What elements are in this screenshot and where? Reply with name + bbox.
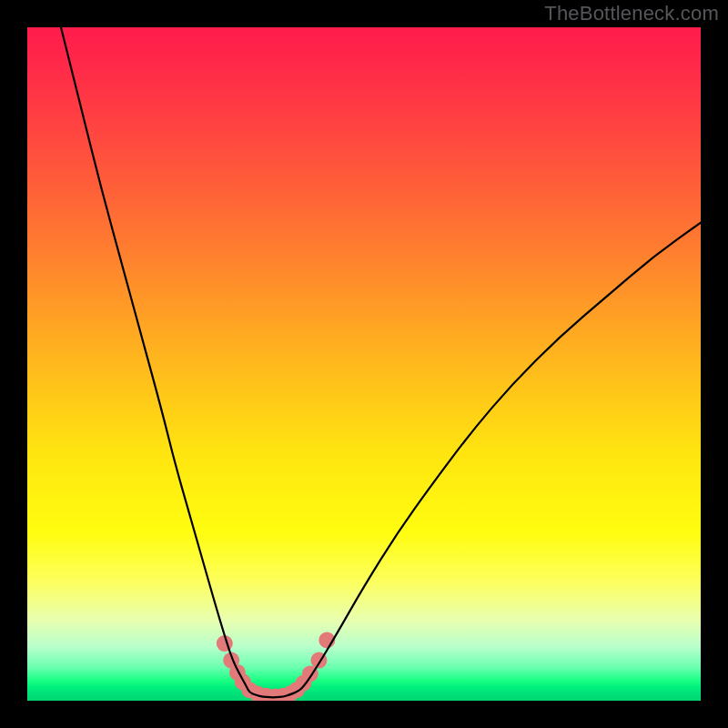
plot-area: [27, 27, 701, 701]
watermark-text: TheBottleneck.com: [544, 2, 719, 25]
chart-frame: TheBottleneck.com: [0, 0, 728, 728]
bottleneck-curve: [61, 27, 701, 697]
chart-svg: [27, 27, 701, 701]
